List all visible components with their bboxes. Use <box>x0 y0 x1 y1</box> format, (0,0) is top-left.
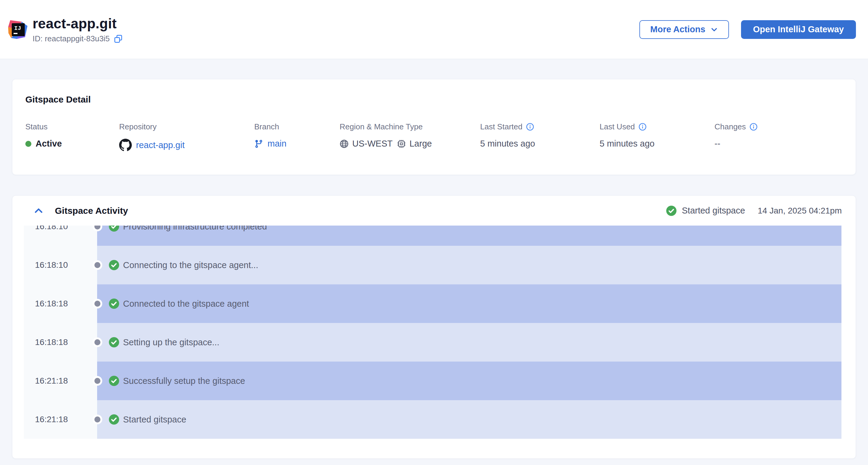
last-started-label: Last Started <box>480 122 522 131</box>
log-message: Connected to the gitspace agent <box>123 299 249 309</box>
log-message: Connecting to the gitspace agent... <box>123 260 258 270</box>
svg-text:IJ: IJ <box>14 25 21 32</box>
field-status: Status Active <box>25 122 62 149</box>
check-circle-icon <box>109 414 119 425</box>
last-used-value: 5 minutes ago <box>599 139 654 149</box>
chevron-up-icon <box>33 206 44 216</box>
timeline-dot <box>93 337 102 347</box>
log-time: 16:21:18 <box>24 400 97 439</box>
changes-label: Changes <box>714 122 746 131</box>
activity-status-date: 14 Jan, 2025 04:21pm <box>757 206 842 216</box>
log-time: 16:21:18 <box>24 362 97 400</box>
log-time: 16:18:18 <box>24 284 97 323</box>
gitspace-id: ID: reactappgit-83u3i5 <box>33 34 110 43</box>
region-value: US-WEST <box>352 139 393 149</box>
machine-type-icon <box>397 139 406 148</box>
copy-icon <box>114 35 122 43</box>
more-actions-button[interactable]: More Actions <box>640 20 729 39</box>
gitspace-activity-card: Gitspace Activity Started gitspace 14 Ja… <box>12 195 856 459</box>
timeline-dot <box>93 376 102 386</box>
log-row: 16:21:18 Successfully setup the gitspace <box>12 362 841 400</box>
log-row: 16:18:18 Connected to the gitspace agent <box>12 284 841 323</box>
log-time: 16:18:10 <box>24 225 97 246</box>
log-time: 16:18:18 <box>24 323 97 362</box>
changes-value: -- <box>714 139 757 149</box>
copy-id-button[interactable] <box>114 34 123 43</box>
branch-label: Branch <box>254 122 279 131</box>
check-circle-icon <box>666 206 677 216</box>
timeline-dot <box>93 260 102 270</box>
field-changes: Changes -- <box>714 122 757 149</box>
activity-heading: Gitspace Activity <box>55 206 128 216</box>
page-title: react-app.git <box>33 16 123 32</box>
log-message: Provisioning infrastructure completed <box>123 225 267 231</box>
log-row: 16:18:18 Setting up the gitspace... <box>12 323 841 362</box>
activity-log-list: 16:18:10 Provisioning infrastructure com… <box>12 225 856 439</box>
check-circle-icon <box>109 225 119 231</box>
git-branch-icon <box>254 139 263 148</box>
log-row: 16:18:10 Provisioning infrastructure com… <box>12 225 841 246</box>
machine-type-value: Large <box>409 139 432 149</box>
brand: IJ react-app.git ID: reactappgit-83u3i5 <box>7 16 123 43</box>
detail-card-heading: Gitspace Detail <box>25 94 91 105</box>
status-value: Active <box>36 139 62 149</box>
globe-icon <box>340 139 349 148</box>
log-row: 16:18:10 Connecting to the gitspace agen… <box>12 246 841 284</box>
check-circle-icon <box>109 337 119 347</box>
activity-status-text: Started gitspace <box>682 206 745 216</box>
region-machine-label: Region & Machine Type <box>340 122 423 131</box>
check-circle-icon <box>109 299 119 309</box>
collapse-activity-button[interactable] <box>32 204 45 217</box>
intellij-logo-icon: IJ <box>7 19 28 40</box>
check-circle-icon <box>109 376 119 386</box>
field-branch: Branch main <box>254 122 286 149</box>
repository-label: Repository <box>119 122 157 131</box>
log-message: Successfully setup the gitspace <box>123 376 245 386</box>
open-intellij-gateway-button[interactable]: Open IntelliJ Gateway <box>741 20 856 39</box>
log-message: Setting up the gitspace... <box>123 337 219 347</box>
top-header: IJ react-app.git ID: reactappgit-83u3i5 … <box>0 0 868 59</box>
check-circle-icon <box>109 260 119 270</box>
github-icon <box>119 139 132 151</box>
log-row: 16:21:18 Started gitspace <box>12 400 841 439</box>
more-actions-label: More Actions <box>650 24 706 34</box>
field-last-used: Last Used 5 minutes ago <box>599 122 654 149</box>
status-label: Status <box>25 122 48 131</box>
last-started-value: 5 minutes ago <box>480 139 535 149</box>
page-body: Gitspace Detail Status Active Repository… <box>0 79 868 459</box>
activity-header: Gitspace Activity Started gitspace 14 Ja… <box>12 196 856 225</box>
field-repository: Repository react-app.git <box>119 122 185 151</box>
log-time: 16:18:10 <box>24 246 97 284</box>
field-last-started: Last Started 5 minutes ago <box>480 122 535 149</box>
last-used-label: Last Used <box>599 122 635 131</box>
info-icon[interactable] <box>749 123 757 131</box>
field-region-machine: Region & Machine Type US-WEST <box>340 122 432 149</box>
branch-link[interactable]: main <box>268 139 286 149</box>
timeline-dot <box>93 415 102 424</box>
info-icon[interactable] <box>526 123 534 131</box>
activity-log-scroll-area[interactable]: 16:18:10 Provisioning infrastructure com… <box>12 225 856 439</box>
repository-link[interactable]: react-app.git <box>136 140 185 150</box>
chevron-down-icon <box>710 26 718 33</box>
timeline-dot <box>93 299 102 309</box>
info-icon[interactable] <box>639 123 647 131</box>
status-active-dot <box>25 141 31 147</box>
activity-status: Started gitspace 14 Jan, 2025 04:21pm <box>666 206 842 216</box>
gitspace-detail-card: Gitspace Detail Status Active Repository… <box>12 79 856 175</box>
log-message: Started gitspace <box>123 415 186 425</box>
